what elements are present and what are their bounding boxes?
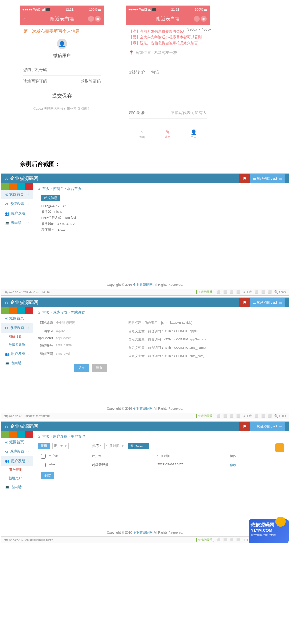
tab-2[interactable]: 👤个人 <box>191 129 197 139</box>
form-input[interactable]: appSecret <box>56 336 71 340</box>
tool-icon[interactable]: ⬜ <box>230 290 233 294</box>
alert-icon[interactable]: ⚑ <box>239 298 250 307</box>
home-icon[interactable]: ⌂ <box>5 176 8 181</box>
sidebar-subitem[interactable]: 用户管理 <box>1 466 33 474</box>
location-row: 📍 当前位置 火星网友一枚 <box>129 46 207 59</box>
favorite-button[interactable]: ☆我的最爱 <box>196 414 214 418</box>
user-badge[interactable]: ☰ 欢迎光临，admin <box>250 174 285 183</box>
tool-icon[interactable]: ⬜ <box>223 538 227 541</box>
tool-icon[interactable]: ⬜ <box>217 538 220 541</box>
header-actions[interactable]: ⋯◉ <box>88 16 101 22</box>
dimension-label: 320px × 456px <box>187 28 211 32</box>
sidebar-item[interactable]: 💻表白墙› <box>1 482 33 492</box>
mobile-header: ‹ 附近表白墙 ⋯◉ <box>20 13 104 25</box>
add-button[interactable]: 新增 <box>38 443 50 449</box>
tool-icon[interactable]: 🔍 100% <box>274 414 286 418</box>
submit-button[interactable]: 提交 <box>74 364 89 372</box>
card-tag: 站点信息 <box>41 195 60 201</box>
header-title: 附近表白墙 <box>50 16 74 22</box>
sidebar-item[interactable]: ⚙系统设置› <box>1 447 33 456</box>
tab-0[interactable]: ⌂首页 <box>139 129 145 139</box>
form-input[interactable]: sms_name <box>56 343 72 348</box>
back-icon[interactable]: ‹ <box>23 16 25 22</box>
search-button[interactable]: 🔍 Search <box>128 443 149 449</box>
home-icon[interactable]: ⌂ <box>5 424 8 429</box>
sidebar-item[interactable]: 👥用户及组› <box>1 349 33 359</box>
sidebar-item[interactable]: ⟲返回首页› <box>1 190 33 199</box>
tool-icon[interactable]: ⬜ <box>255 290 258 294</box>
tool-icon[interactable]: ⬜ <box>230 538 233 541</box>
avatar[interactable]: 👤 <box>57 39 67 49</box>
form-help: 网站标题，前台调用：{$Think.CONFIG.title} <box>128 319 219 327</box>
form-input[interactable]: sms_pwd <box>56 352 70 356</box>
target-field[interactable]: 表白对象 不填写代表向所有人 <box>129 107 207 119</box>
sidebar-item[interactable]: 👥用户及组› <box>1 456 33 466</box>
tab-1[interactable]: ✎表白 <box>165 129 171 139</box>
tool-icon[interactable]: ⬜ <box>230 414 233 418</box>
user-table: 用户名 用户组 注册时间 操作 admin 超级管理员 2022-09-06 1… <box>38 452 284 470</box>
statusbar: http://47.97.4.172/index/index.html# ☆我的… <box>1 289 289 295</box>
tabbar: ⌂首页✎表白👤个人 <box>129 126 207 142</box>
filter-select[interactable]: 用户名 ▾ <box>52 443 69 449</box>
favorite-button[interactable]: ☆我的最爱 <box>196 538 214 542</box>
tool-icon[interactable]: ⬜ <box>236 290 240 294</box>
statusbar: ●●●●● WeChat ⬛ 11:21 100% ▬ <box>20 6 104 13</box>
admin-topbar: ⌂ 企业猫源码网 ⚑ ☰ 欢迎光临，admin <box>1 298 289 307</box>
tool-icon[interactable]: ⬜ <box>223 290 227 294</box>
tool-icon[interactable]: ⬜ <box>268 290 272 294</box>
sidebar-subitem[interactable]: 网站设置 <box>1 333 33 341</box>
sidebar-item[interactable]: ⚙系统设置› <box>1 199 33 209</box>
row-checkbox[interactable] <box>41 463 46 467</box>
sidebar-item[interactable]: 💻表白墙› <box>1 359 33 368</box>
tool-icon[interactable]: ⬜ <box>217 290 220 294</box>
sidebar-item[interactable]: ⟲返回首页› <box>1 438 33 447</box>
fab-button[interactable] <box>276 443 284 452</box>
footer: Copyright © 2016 企业猫源码网 All Rights Reser… <box>1 406 289 411</box>
tool-icon[interactable]: ⬜ <box>223 414 227 418</box>
statusbar: http://47.97.4.172/Member/index.html# ☆我… <box>1 536 289 543</box>
sidebar-item[interactable]: ⚙系统设置› <box>1 323 33 333</box>
sidebar-item[interactable]: 👥用户及组› <box>1 209 33 218</box>
alert-icon[interactable]: ⚑ <box>239 422 250 431</box>
form-input[interactable]: 企业猫源码网 <box>56 321 75 325</box>
sidebar-item[interactable]: 💻表白墙› <box>1 218 33 227</box>
phone-field[interactable]: 您的手机号码 <box>23 64 101 76</box>
user-badge[interactable]: ☰ 欢迎光临，admin <box>250 298 285 307</box>
admin-topbar: ⌂ 企业猫源码网 ⚑ ☰ 欢迎光临，admin <box>1 422 289 431</box>
tool-icon[interactable]: ⬜ <box>268 414 272 418</box>
favorite-button[interactable]: ☆我的最爱 <box>196 290 214 294</box>
alert-icon[interactable]: ⚑ <box>239 174 250 183</box>
sidebar-subitem[interactable]: 数据库备份 <box>1 341 33 349</box>
delete-button[interactable]: 删除 <box>41 472 54 479</box>
tool-icon[interactable]: ⬜ <box>255 414 258 418</box>
statusbar: http://47.97.4.172/index/index.html# ☆我的… <box>1 413 289 419</box>
footer: Copyright © 2016 企业猫源码网 All Rights Reser… <box>1 530 289 535</box>
tool-icon[interactable]: ⬜ <box>261 414 265 418</box>
select-all[interactable] <box>41 454 46 459</box>
sort-select[interactable]: 注册时间↓ ▾ <box>104 443 125 449</box>
tool-icon[interactable]: ⇓ 下载 <box>243 290 252 294</box>
tool-icon[interactable]: ⬜ <box>217 414 220 418</box>
tool-icon[interactable]: ⬜ <box>261 290 265 294</box>
tool-icon[interactable]: ⬜ <box>236 538 240 541</box>
tool-icon[interactable]: 🔍 100% <box>274 290 286 294</box>
tool-icon[interactable]: ⬜ <box>236 414 240 418</box>
sidebar-item[interactable]: ⟲返回首页› <box>1 314 33 323</box>
get-code-button[interactable]: 获取验证码 <box>81 79 101 84</box>
table-row: admin 超级管理员 2022-09-06 10:57 修改 <box>38 461 284 470</box>
sidebar-subitem[interactable]: 新增用户 <box>1 474 33 482</box>
edit-link[interactable]: 修改 <box>230 463 236 467</box>
submit-button[interactable]: 提交保存 <box>23 87 101 105</box>
form-input[interactable]: appID <box>56 329 65 333</box>
brand: 企业猫源码网 <box>10 299 38 306</box>
sidebar: ⟲返回首页›⚙系统设置›👥用户及组›💻表白墙› <box>1 183 33 295</box>
form-row: 短信密码sms_pwd <box>38 350 128 358</box>
code-field[interactable]: 请填写验证码获取验证码 <box>23 76 101 87</box>
user-badge[interactable]: ☰ 欢迎光临，admin <box>250 422 285 431</box>
say-label: 最想说的一句话 <box>129 66 207 78</box>
header-actions[interactable]: ⋯◉ <box>194 16 207 22</box>
reset-button[interactable]: 重置 <box>92 364 107 372</box>
home-icon[interactable]: ⌂ <box>5 300 8 305</box>
tool-icon[interactable]: ⇓ 下载 <box>243 414 252 418</box>
section-title: 亲测后台截图： <box>0 151 290 172</box>
